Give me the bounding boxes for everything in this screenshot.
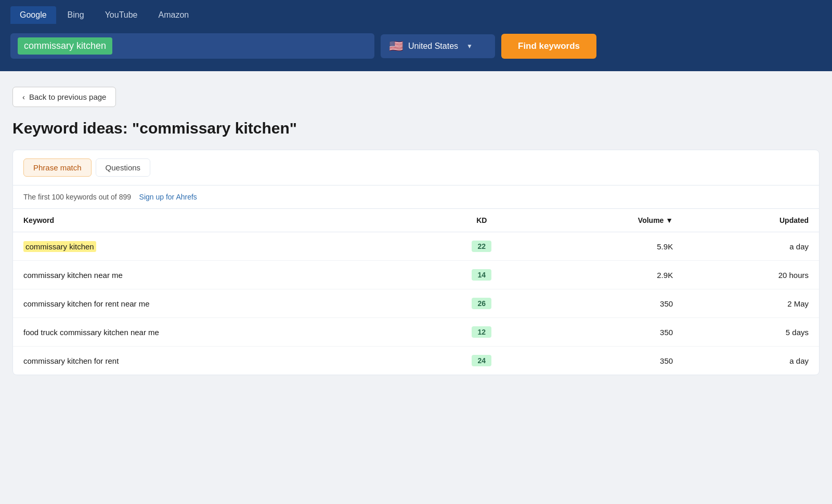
kd-cell: 24 — [428, 347, 536, 375]
tab-questions[interactable]: Questions — [96, 158, 151, 177]
results-card: Phrase match Questions The first 100 key… — [12, 150, 820, 375]
table-row: food truck commissary kitchen near me123… — [13, 318, 819, 347]
nav-tab-google[interactable]: Google — [10, 6, 56, 24]
col-header-updated: Updated — [683, 209, 819, 232]
keyword-cell: commissary kitchen for rent — [13, 347, 428, 375]
col-header-volume[interactable]: Volume ▼ — [536, 209, 683, 232]
kd-badge: 22 — [472, 241, 491, 252]
kd-cell: 12 — [428, 318, 536, 347]
tab-phrase-match[interactable]: Phrase match — [23, 158, 92, 177]
volume-cell: 2.9K — [536, 261, 683, 289]
keyword-highlight: commissary kitchen — [23, 241, 96, 252]
main-content: ‹ Back to previous page Keyword ideas: "… — [0, 71, 832, 435]
nav-tab-youtube[interactable]: YouTube — [96, 6, 147, 24]
back-button-label: Back to previous page — [29, 92, 106, 101]
table-row: commissary kitchen225.9Ka day — [13, 232, 819, 261]
country-name: United States — [408, 42, 458, 51]
updated-cell: 2 May — [683, 289, 819, 318]
nav-tabs: Google Bing YouTube Amazon — [0, 0, 832, 24]
kd-badge: 14 — [472, 269, 491, 281]
col-header-kd: KD — [428, 209, 536, 232]
back-arrow-icon: ‹ — [22, 92, 25, 101]
kd-badge: 26 — [472, 298, 491, 309]
signup-link[interactable]: Sign up for Ahrefs — [139, 193, 197, 201]
volume-cell: 350 — [536, 347, 683, 375]
keyword-cell: commissary kitchen near me — [13, 261, 428, 289]
kd-badge: 12 — [472, 326, 491, 338]
keyword-cell: commissary kitchen for rent near me — [13, 289, 428, 318]
table-row: commissary kitchen for rent near me26350… — [13, 289, 819, 318]
chevron-down-icon: ▼ — [466, 43, 473, 50]
volume-cell: 5.9K — [536, 232, 683, 261]
col-header-keyword: Keyword — [13, 209, 428, 232]
volume-cell: 350 — [536, 318, 683, 347]
nav-tab-amazon[interactable]: Amazon — [149, 6, 199, 24]
keywords-table: Keyword KD Volume ▼ Updated commissary k… — [13, 209, 819, 375]
table-row: commissary kitchen near me142.9K20 hours — [13, 261, 819, 289]
volume-cell: 350 — [536, 289, 683, 318]
keyword-cell: commissary kitchen — [13, 232, 428, 261]
kd-badge: 24 — [472, 355, 491, 366]
find-keywords-button[interactable]: Find keywords — [501, 34, 596, 59]
updated-cell: 20 hours — [683, 261, 819, 289]
header: Google Bing YouTube Amazon commissary ki… — [0, 0, 832, 71]
keyword-input-highlight[interactable]: commissary kitchen — [18, 37, 112, 55]
info-row: The first 100 keywords out of 899 Sign u… — [13, 185, 819, 209]
updated-cell: a day — [683, 232, 819, 261]
table-row: commissary kitchen for rent24350a day — [13, 347, 819, 375]
us-flag-icon: 🇺🇸 — [389, 39, 403, 53]
kd-cell: 26 — [428, 289, 536, 318]
back-button[interactable]: ‹ Back to previous page — [12, 87, 116, 107]
tabs-row: Phrase match Questions — [13, 150, 819, 185]
updated-cell: 5 days — [683, 318, 819, 347]
search-bar-row: commissary kitchen 🇺🇸 United States ▼ Fi… — [0, 24, 832, 71]
country-selector[interactable]: 🇺🇸 United States ▼ — [381, 34, 495, 58]
page-title: Keyword ideas: "commissary kitchen" — [12, 120, 820, 137]
updated-cell: a day — [683, 347, 819, 375]
kd-cell: 14 — [428, 261, 536, 289]
keyword-cell: food truck commissary kitchen near me — [13, 318, 428, 347]
keywords-count-text: The first 100 keywords out of 899 — [23, 193, 131, 201]
keyword-input-container: commissary kitchen — [10, 33, 374, 59]
nav-tab-bing[interactable]: Bing — [58, 6, 94, 24]
kd-cell: 22 — [428, 232, 536, 261]
